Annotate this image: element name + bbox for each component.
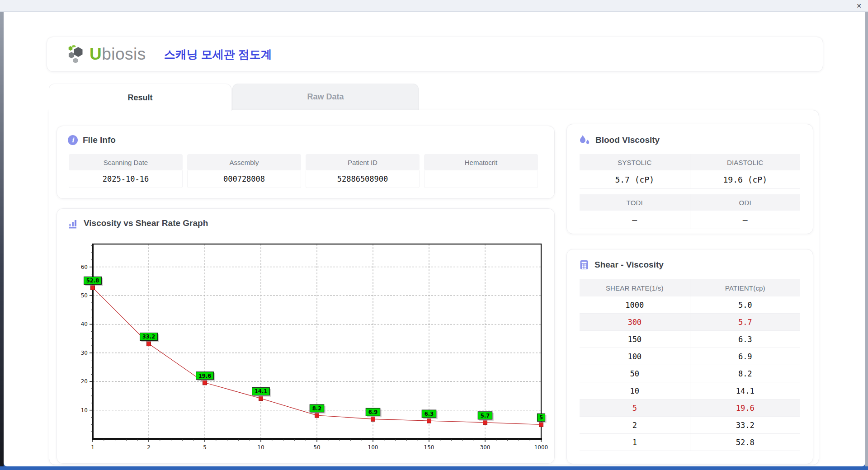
svg-text:8.2: 8.2 [312, 405, 321, 412]
field-label: Patient ID [306, 154, 420, 170]
field-value: 000728008 [187, 170, 301, 188]
sv-shear-rate: 2 [580, 417, 690, 433]
header-card: Ubiosis 스캐닝 모세관 점도계 [47, 37, 823, 72]
svg-text:50: 50 [313, 444, 320, 451]
bv-odi-label: ODI [690, 194, 801, 211]
svg-text:5.7: 5.7 [481, 413, 490, 419]
bv-value-row: 5.7 (cP) 19.6 (cP) [580, 170, 800, 189]
svg-text:50: 50 [81, 292, 88, 299]
desktop-edge-bottom [0, 466, 868, 470]
file-info-title-text: File Info [83, 135, 116, 145]
file-info-title: i File Info [68, 135, 116, 145]
field-scanning-date: Scanning Date 2025-10-16 [69, 154, 183, 188]
bv-systolic-value: 5.7 (cP) [580, 170, 690, 188]
calculator-grid-icon [579, 259, 590, 270]
svg-text:20: 20 [81, 378, 88, 385]
sv-shear-rate: 150 [580, 331, 690, 348]
app-window: Ubiosis 스캐닝 모세관 점도계 Result Raw Data i Fi… [4, 12, 865, 466]
sv-patient: 52.8 [690, 434, 801, 451]
field-hematocrit: Hematocrit [424, 154, 538, 188]
ubiosis-logo: Ubiosis [66, 44, 146, 64]
shear-viscosity-table: SHEAR RATE(1/s) PATIENT(cp) 1000 5.0 300… [580, 279, 800, 451]
desktop: { "window": { "close_label": "✕" }, "hea… [0, 0, 868, 470]
tab-raw-data[interactable]: Raw Data [232, 84, 419, 110]
bv-odi-value: – [690, 211, 801, 229]
sv-shear-rate: 5 [580, 400, 690, 416]
viscosity-chart: 1251050100150300100010203040506052.833.2… [76, 241, 551, 453]
sv-shear-rate: 1000 [580, 296, 690, 313]
bv-diastolic-label: DIASTOLIC [690, 154, 801, 170]
svg-text:100: 100 [368, 444, 378, 451]
bv-header-row-2: TODI ODI [580, 194, 800, 211]
shear-viscosity-title: Shear - Viscosity [579, 259, 664, 270]
table-row: 2 33.2 [580, 417, 800, 434]
svg-text:2: 2 [147, 444, 151, 451]
field-label: Hematocrit [424, 154, 538, 170]
blood-viscosity-card: Blood Viscosity SYSTOLIC DIASTOLIC 5.7 (… [566, 124, 813, 234]
svg-text:60: 60 [81, 264, 88, 270]
logo-text: Ubiosis [90, 45, 146, 64]
field-label: Assembly [187, 154, 301, 170]
bv-todi-label: TODI [580, 194, 690, 211]
tab-result[interactable]: Result [49, 84, 231, 111]
svg-text:14.1: 14.1 [255, 388, 267, 395]
table-row: 10 14.1 [580, 382, 800, 400]
table-row: 5 19.6 [580, 400, 800, 417]
table-row: 100 6.9 [580, 348, 800, 365]
bv-todi-value: – [580, 211, 690, 229]
bv-diastolic-value: 19.6 (cP) [690, 170, 801, 188]
svg-text:33.2: 33.2 [142, 334, 155, 340]
file-info-card: i File Info Scanning Date 2025-10-16 Ass… [57, 126, 555, 199]
sv-patient: 14.1 [690, 382, 801, 399]
blood-viscosity-table: SYSTOLIC DIASTOLIC 5.7 (cP) 19.6 (cP) TO… [580, 154, 800, 229]
sv-patient: 33.2 [690, 417, 801, 433]
svg-text:5: 5 [203, 444, 207, 451]
droplets-icon [579, 134, 590, 146]
field-patient-id: Patient ID 52886508900 [306, 154, 420, 188]
sv-shear-rate: 10 [580, 382, 690, 399]
spacer [580, 189, 800, 194]
sv-header-row: SHEAR RATE(1/s) PATIENT(cp) [580, 279, 800, 296]
window-right-edge [865, 11, 868, 470]
svg-text:1: 1 [91, 444, 94, 451]
file-info-fields: Scanning Date 2025-10-16 Assembly 000728… [69, 154, 538, 188]
shear-viscosity-card: Shear - Viscosity SHEAR RATE(1/s) PATIEN… [566, 249, 813, 464]
svg-text:30: 30 [81, 350, 88, 356]
sv-shear-rate: 50 [580, 365, 690, 382]
close-icon[interactable]: ✕ [854, 1, 863, 10]
bv-systolic-label: SYSTOLIC [580, 154, 690, 170]
field-assembly: Assembly 000728008 [187, 154, 301, 188]
table-row: 1 52.8 [580, 434, 800, 451]
svg-text:19.6: 19.6 [198, 373, 211, 379]
svg-text:10: 10 [257, 444, 264, 451]
sv-patient: 8.2 [690, 365, 801, 382]
sv-col-shear-rate: SHEAR RATE(1/s) [580, 279, 690, 296]
table-row: 50 8.2 [580, 365, 800, 382]
sv-shear-rate: 300 [580, 314, 690, 330]
window-titlebar: ✕ [0, 0, 868, 12]
blood-viscosity-title: Blood Viscosity [579, 134, 660, 146]
blood-viscosity-title-text: Blood Viscosity [595, 135, 660, 145]
field-value [424, 170, 538, 188]
sv-patient: 6.9 [690, 348, 801, 365]
svg-text:52.8: 52.8 [86, 277, 99, 284]
field-value: 52886508900 [306, 170, 420, 188]
table-row: 300 5.7 [580, 314, 800, 331]
field-value: 2025-10-16 [69, 170, 183, 188]
svg-text:6.9: 6.9 [368, 409, 377, 415]
graph-title-text: Viscosity vs Shear Rate Graph [84, 218, 208, 228]
ubiosis-logo-icon [66, 44, 87, 64]
svg-text:300: 300 [480, 444, 491, 451]
shear-viscosity-title-text: Shear - Viscosity [594, 260, 664, 270]
graph-title: Viscosity vs Shear Rate Graph [68, 218, 208, 229]
sv-shear-rate: 100 [580, 348, 690, 365]
bv-header-row: SYSTOLIC DIASTOLIC [580, 154, 800, 170]
app-title: 스캐닝 모세관 점도계 [164, 47, 272, 62]
info-icon: i [68, 135, 78, 145]
sv-patient: 5.7 [690, 314, 801, 330]
svg-text:40: 40 [81, 321, 88, 327]
svg-text:5: 5 [539, 414, 543, 421]
svg-text:10: 10 [81, 407, 88, 414]
table-row: 1000 5.0 [580, 296, 800, 314]
sv-patient: 19.6 [690, 400, 801, 416]
